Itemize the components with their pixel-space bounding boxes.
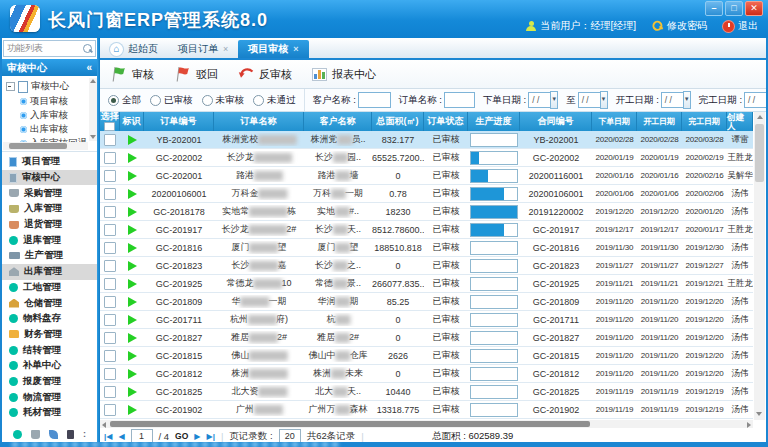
book-icon[interactable] bbox=[67, 430, 74, 439]
table-row[interactable]: GC-201925 常德龙██████10 常德███景.. 266077.83… bbox=[100, 275, 753, 293]
finish-date-input[interactable]: / / bbox=[744, 92, 766, 108]
sidebar-menu-item[interactable]: 物料盘存 bbox=[2, 311, 97, 327]
module-dot-icon[interactable] bbox=[13, 430, 22, 439]
col-contract[interactable]: 合同编号 bbox=[520, 112, 592, 131]
order-date-to-input[interactable]: / / bbox=[578, 92, 600, 108]
table-row[interactable]: GC-201902 广州██████ 广州万███森林 13318.775 已审… bbox=[100, 401, 753, 419]
col-order-name[interactable]: 订单名称 bbox=[214, 112, 304, 131]
dropdown-icon[interactable]: ▼ bbox=[550, 91, 558, 109]
table-row[interactable]: GC-201827 雅居██████2# 雅居███2# 0 已审核 GC-20… bbox=[100, 329, 753, 347]
sidebar-menu-item[interactable]: 补单中心 bbox=[2, 358, 97, 374]
prev-page-button[interactable]: ◀ bbox=[118, 432, 124, 441]
tab[interactable]: ⌂ 项目订单 × bbox=[168, 40, 238, 58]
tree-vertical-scrollbar[interactable] bbox=[89, 78, 97, 141]
dropdown-icon[interactable]: ▼ bbox=[683, 91, 691, 109]
order-date-from-input[interactable]: / / bbox=[528, 92, 550, 108]
sidebar-menu-item[interactable]: 采购管理 bbox=[2, 185, 97, 201]
col-area[interactable]: 总面积(㎡) bbox=[372, 112, 424, 131]
change-password-button[interactable]: 修改密码 bbox=[652, 19, 707, 33]
table-row[interactable]: GC-201917 长沙龙████████2# 长沙███天.. 8512.78… bbox=[100, 221, 753, 239]
row-checkbox[interactable] bbox=[104, 350, 116, 362]
scroll-thumb[interactable] bbox=[755, 124, 764, 182]
col-progress[interactable]: 生产进度 bbox=[468, 112, 520, 131]
col-order-no[interactable]: 订单编号 bbox=[144, 112, 214, 131]
row-checkbox[interactable] bbox=[104, 386, 116, 398]
close-button[interactable]: ✕ bbox=[745, 1, 763, 16]
tree-item[interactable]: 出库审核 bbox=[6, 122, 97, 136]
sidebar-menu-item[interactable]: 生产管理 bbox=[2, 248, 97, 264]
row-checkbox[interactable] bbox=[104, 224, 116, 236]
scroll-down-icon[interactable] bbox=[756, 412, 762, 416]
row-checkbox[interactable] bbox=[104, 188, 116, 200]
sidebar-menu-item[interactable]: 报废管理 bbox=[2, 374, 97, 390]
row-checkbox[interactable] bbox=[104, 332, 116, 344]
tree-horizontal-scrollbar[interactable] bbox=[3, 142, 88, 150]
logout-button[interactable]: 退出 bbox=[723, 19, 758, 33]
tab[interactable]: ⌂ 项目审核 × bbox=[238, 40, 308, 58]
tab-close-icon[interactable]: × bbox=[223, 44, 228, 54]
table-row[interactable]: GC-201809 华██████一期 华润███期 85.25 已审核 GC-… bbox=[100, 293, 753, 311]
report-center-button[interactable]: 报表中心 bbox=[312, 67, 376, 82]
more-icon[interactable]: : bbox=[83, 429, 86, 439]
next-page-button[interactable]: ▶ bbox=[194, 432, 200, 441]
page-size-input[interactable]: 20 bbox=[279, 429, 301, 443]
status-radio[interactable]: 未通过 bbox=[253, 94, 296, 107]
first-page-button[interactable]: |◀ bbox=[104, 432, 112, 441]
table-row[interactable]: GC-2018178 实地常████████栋 实地███#.. 18230 已… bbox=[100, 203, 753, 221]
tab-close-icon[interactable]: × bbox=[293, 44, 298, 54]
sidebar-menu-item[interactable]: 审核中心 bbox=[2, 170, 97, 186]
col-customer[interactable]: 客户名称 bbox=[304, 112, 372, 131]
row-checkbox[interactable] bbox=[104, 314, 116, 326]
tree-root-audit-center[interactable]: 审核中心 bbox=[6, 79, 97, 94]
sidebar-menu-item[interactable]: 项目管理 bbox=[2, 154, 97, 170]
tree-item[interactable]: 项目审核 bbox=[6, 94, 97, 108]
last-page-button[interactable]: ▶| bbox=[207, 432, 215, 441]
leaf-icon[interactable] bbox=[49, 430, 58, 439]
tree-item[interactable]: 入库审核 bbox=[6, 108, 97, 122]
col-finish-date[interactable]: 完工日期 bbox=[682, 112, 727, 131]
table-row[interactable]: GC-201825 北大资██████ 北大███天.. 10440 已审核 G… bbox=[100, 383, 753, 401]
col-start-date[interactable]: 开工日期 bbox=[637, 112, 682, 131]
table-row[interactable]: 20200106001 万科金██████ 万科███一期 0.78 已审核 2… bbox=[100, 185, 753, 203]
go-button[interactable]: GO bbox=[175, 431, 188, 441]
scroll-right-icon[interactable] bbox=[747, 422, 751, 428]
reject-button[interactable]: 驳回 bbox=[174, 66, 218, 82]
scroll-thumb[interactable] bbox=[9, 143, 67, 149]
sidebar-menu-item[interactable]: 结转管理 bbox=[2, 342, 97, 358]
page-number-input[interactable]: 1 bbox=[131, 429, 153, 443]
table-row[interactable]: GC-201816 厦门██████望 厦门███望 188510.818 已审… bbox=[100, 239, 753, 257]
table-row[interactable]: GC-201823 长沙██████嘉 长沙███之.. 0 已审核 GC-20… bbox=[100, 257, 753, 275]
maximize-button[interactable]: □ bbox=[725, 1, 743, 16]
row-checkbox[interactable] bbox=[104, 260, 116, 272]
status-radio[interactable]: 已审核 bbox=[150, 94, 193, 107]
tab[interactable]: ⌂ 起始页 × bbox=[100, 40, 168, 58]
order-name-input[interactable] bbox=[444, 92, 475, 108]
table-row[interactable]: GC-202002 长沙龙████████ 长沙███园.. 65525.720… bbox=[100, 149, 753, 167]
sidebar-menu-item[interactable]: 入库管理 bbox=[2, 201, 97, 217]
row-checkbox[interactable] bbox=[104, 242, 116, 254]
row-checkbox[interactable] bbox=[104, 368, 116, 380]
function-search-input[interactable]: 功能列表 bbox=[3, 40, 96, 57]
row-checkbox[interactable] bbox=[104, 404, 116, 416]
grid-horizontal-scrollbar[interactable] bbox=[100, 420, 753, 428]
tree-expander-icon[interactable] bbox=[6, 82, 15, 91]
minimize-button[interactable]: – bbox=[705, 1, 723, 16]
table-row[interactable]: GC-201711 杭州██████府) 杭███ 0 已审核 GC-20171… bbox=[100, 311, 753, 329]
sidebar-menu-item[interactable]: 出库管理 bbox=[2, 264, 97, 280]
scroll-down-icon[interactable] bbox=[90, 135, 96, 139]
sidebar-menu-item[interactable]: 退库管理 bbox=[2, 232, 97, 248]
table-row[interactable]: GC-201815 佛山████████ 佛山中███仓库 2626 已审核 G… bbox=[100, 347, 753, 365]
grid-vertical-scrollbar[interactable] bbox=[754, 112, 765, 420]
scroll-left-icon[interactable] bbox=[102, 422, 106, 428]
row-checkbox[interactable] bbox=[104, 206, 116, 218]
dropdown-icon[interactable]: ▼ bbox=[600, 91, 608, 109]
select-all-checkbox[interactable] bbox=[104, 122, 115, 131]
cart-icon[interactable] bbox=[31, 430, 40, 439]
sidebar-menu-item[interactable]: 仓储管理 bbox=[2, 295, 97, 311]
sidebar-menu-item[interactable]: 工地管理 bbox=[2, 280, 97, 296]
row-checkbox[interactable] bbox=[104, 134, 116, 146]
audit-button[interactable]: 审核 bbox=[110, 66, 154, 82]
table-row[interactable]: GC-201812 株洲████████ 株洲███未来 0 已审核 GC-20… bbox=[100, 365, 753, 383]
scroll-thumb[interactable] bbox=[110, 421, 590, 427]
row-checkbox[interactable] bbox=[104, 152, 116, 164]
